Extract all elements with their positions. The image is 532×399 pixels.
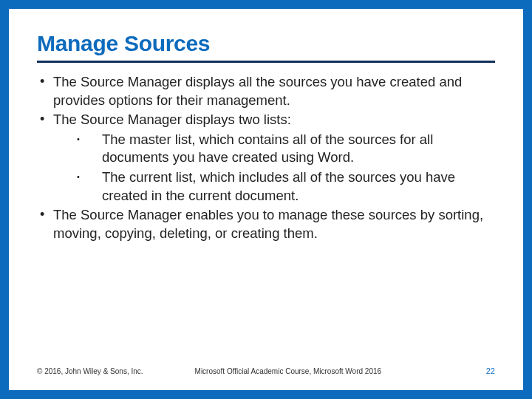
sub-bullet-item: The current list, which includes all of … [74,168,495,205]
bullet-item: The Source Manager enables you to manage… [37,206,495,242]
sub-bullet-item: The master list, which contains all of t… [74,131,495,167]
sub-bullet-text: The master list, which contains all of t… [102,132,433,166]
bullet-text: The Source Manager displays all the sour… [53,74,462,108]
slide-title: Manage Sources [37,31,495,63]
footer-page-number: 22 [486,366,495,375]
bullet-item: The Source Manager displays two lists: T… [37,111,495,205]
footer-copyright: © 2016, John Wiley & Sons, Inc. [37,367,143,375]
footer-course: Microsoft Official Academic Course, Micr… [143,367,486,375]
bullet-text: The Source Manager enables you to manage… [53,207,483,241]
bullet-text: The Source Manager displays two lists: [53,112,291,127]
slide: Manage Sources The Source Manager displa… [9,9,523,390]
bullet-list: The Source Manager displays all the sour… [37,73,495,242]
slide-content: The Source Manager displays all the sour… [37,73,495,361]
bullet-item: The Source Manager displays all the sour… [37,73,495,109]
slide-footer: © 2016, John Wiley & Sons, Inc. Microsof… [37,361,495,375]
sub-bullet-text: The current list, which includes all of … [102,169,455,203]
sub-bullet-list: The master list, which contains all of t… [53,131,495,205]
